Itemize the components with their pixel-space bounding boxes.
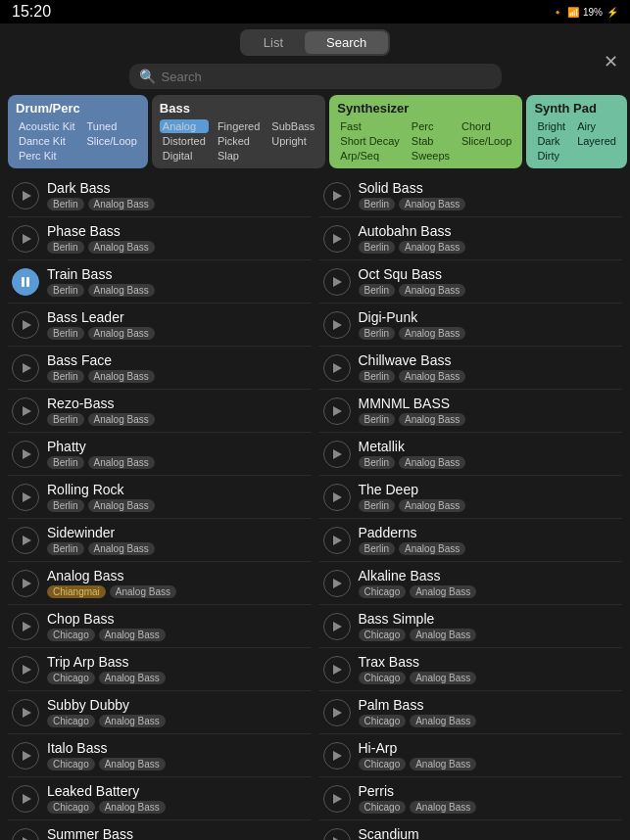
list-item[interactable]: Chillwave BassBerlinAnalog Bass (319, 347, 623, 390)
synth-item-slice-loop[interactable]: Slice/Loop (459, 134, 514, 148)
play-button[interactable] (12, 311, 39, 339)
list-item[interactable]: PhattyBerlinAnalog Bass (8, 433, 312, 476)
play-button[interactable] (12, 785, 39, 813)
list-item[interactable]: Trax BassChicagoAnalog Bass (319, 648, 623, 691)
item-name: Metallik (359, 439, 466, 454)
play-button[interactable] (12, 354, 39, 382)
search-tab[interactable]: Search (305, 31, 388, 54)
play-button[interactable] (323, 441, 351, 468)
play-button[interactable] (323, 484, 351, 511)
synth-pad-item-airy[interactable]: Airy (574, 119, 619, 133)
list-item[interactable]: Subby DubbyChicagoAnalog Bass (8, 691, 312, 734)
play-button[interactable] (12, 527, 39, 554)
play-button[interactable] (12, 742, 39, 770)
play-button[interactable] (323, 354, 351, 382)
synth-pad-item-dirty[interactable]: Dirty (534, 149, 568, 163)
bass-item-subbass[interactable]: SubBass (268, 119, 317, 133)
list-item[interactable]: Alkaline BassChicagoAnalog Bass (319, 562, 623, 605)
synth-item-arp-seq[interactable]: Arp/Seq (337, 149, 403, 163)
play-icon (333, 708, 342, 718)
list-item[interactable]: Italo BassChicagoAnalog Bass (8, 734, 312, 777)
list-item[interactable]: PaddernsBerlinAnalog Bass (319, 519, 623, 562)
play-button[interactable] (323, 570, 351, 597)
play-button[interactable] (323, 311, 351, 339)
synth-item-short-decay[interactable]: Short Decay (337, 134, 403, 148)
synth-item-sweeps[interactable]: Sweeps (409, 149, 453, 163)
play-button[interactable] (12, 484, 39, 511)
synth-pad-item-layered[interactable]: Layered (574, 134, 619, 148)
play-button[interactable] (12, 656, 39, 683)
item-tag: Analog Bass (410, 585, 476, 598)
item-tag: Analog Bass (399, 327, 465, 340)
list-item[interactable]: Solid BassBerlinAnalog Bass (319, 174, 623, 217)
play-button[interactable] (323, 397, 351, 425)
list-item[interactable]: Bass SimpleChicagoAnalog Bass (319, 605, 623, 648)
play-button[interactable] (12, 441, 39, 468)
list-tab[interactable]: List (242, 31, 305, 54)
play-button[interactable] (323, 613, 351, 640)
play-button[interactable] (323, 699, 351, 726)
search-input[interactable] (162, 70, 492, 84)
bass-item-upright[interactable]: Upright (268, 134, 317, 148)
bass-item-fingered[interactable]: Fingered (215, 119, 263, 133)
play-icon (333, 191, 342, 201)
list-item[interactable]: SidewinderBerlinAnalog Bass (8, 519, 312, 562)
list-item[interactable]: Leaked BatteryChicagoAnalog Bass (8, 777, 312, 820)
list-item[interactable]: Summer BassChicagoAnalog Bass (8, 820, 312, 840)
bass-item-slap[interactable]: Slap (215, 149, 263, 163)
list-item[interactable]: Phase BassBerlinAnalog Bass (8, 217, 312, 260)
search-bar[interactable]: 🔍 (129, 64, 502, 89)
list-item[interactable]: ScandiumChicagoAnalog Bass (319, 820, 623, 840)
play-button[interactable] (323, 742, 351, 770)
pause-button[interactable] (12, 268, 39, 296)
list-item[interactable]: Dark BassBerlinAnalog Bass (8, 174, 312, 217)
bass-item-analog[interactable]: Analog (160, 119, 209, 133)
list-item[interactable]: Chop BassChicagoAnalog Bass (8, 605, 312, 648)
list-item[interactable]: Digi-PunkBerlinAnalog Bass (319, 303, 623, 347)
play-button[interactable] (323, 182, 351, 210)
play-button[interactable] (12, 828, 39, 841)
drum-item-dance-kit[interactable]: Dance Kit (16, 134, 77, 148)
list-item[interactable]: Bass FaceBerlinAnalog Bass (8, 347, 312, 390)
drum-item-slice-loop[interactable]: Slice/Loop (83, 134, 139, 148)
list-item[interactable]: MMNML BASSBerlinAnalog Bass (319, 390, 623, 433)
play-button[interactable] (323, 656, 351, 683)
synth-pad-item-bright[interactable]: Bright (534, 119, 568, 133)
list-item[interactable]: Analog BassChiangmaiAnalog Bass (8, 562, 312, 605)
play-button[interactable] (323, 785, 351, 813)
drum-item-tuned[interactable]: Tuned (83, 119, 139, 133)
list-item[interactable]: Hi-ArpChicagoAnalog Bass (319, 734, 623, 777)
list-item[interactable]: Rolling RockBerlinAnalog Bass (8, 476, 312, 519)
synth-item-fast[interactable]: Fast (337, 119, 403, 133)
play-button[interactable] (323, 225, 351, 253)
bass-item-picked[interactable]: Picked (215, 134, 263, 148)
synth-item-perc[interactable]: Perc (409, 119, 453, 133)
play-button[interactable] (12, 225, 39, 253)
play-button[interactable] (323, 527, 351, 554)
list-item[interactable]: The DeepBerlinAnalog Bass (319, 476, 623, 519)
list-item[interactable]: Trip Arp BassChicagoAnalog Bass (8, 648, 312, 691)
list-item[interactable]: Rezo-BassBerlinAnalog Bass (8, 390, 312, 433)
synth-pad-item-dark[interactable]: Dark (534, 134, 568, 148)
list-item[interactable]: Bass LeaderBerlinAnalog Bass (8, 303, 312, 347)
bass-item-digital[interactable]: Digital (160, 149, 209, 163)
list-item[interactable]: Train BassBerlinAnalog Bass (8, 260, 312, 303)
list-item[interactable]: Oct Squ BassBerlinAnalog Bass (319, 260, 623, 303)
list-item[interactable]: MetallikBerlinAnalog Bass (319, 433, 623, 476)
play-button[interactable] (12, 182, 39, 210)
list-item[interactable]: Autobahn BassBerlinAnalog Bass (319, 217, 623, 260)
list-item[interactable]: PerrisChicagoAnalog Bass (319, 777, 623, 820)
play-button[interactable] (12, 613, 39, 640)
play-button[interactable] (12, 397, 39, 425)
synth-item-chord[interactable]: Chord (459, 119, 514, 133)
drum-item-perc-kit[interactable]: Perc Kit (16, 149, 77, 163)
bass-item-distorted[interactable]: Distorted (160, 134, 209, 148)
list-item[interactable]: Palm BassChicagoAnalog Bass (319, 691, 623, 734)
play-button[interactable] (12, 570, 39, 597)
play-button[interactable] (12, 699, 39, 726)
synth-item-stab[interactable]: Stab (409, 134, 453, 148)
play-button[interactable] (323, 268, 351, 296)
drum-item-acoustic-kit[interactable]: Acoustic Kit (16, 119, 77, 133)
play-button[interactable] (323, 828, 351, 841)
close-button[interactable]: ✕ (604, 51, 618, 72)
